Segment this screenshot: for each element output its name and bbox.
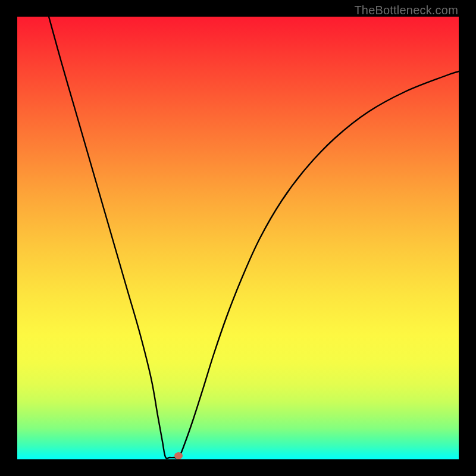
chart-marker-dot xyxy=(174,452,183,459)
chart-frame xyxy=(17,17,459,459)
chart-curve xyxy=(17,17,459,459)
watermark-text: TheBottleneck.com xyxy=(354,4,458,17)
